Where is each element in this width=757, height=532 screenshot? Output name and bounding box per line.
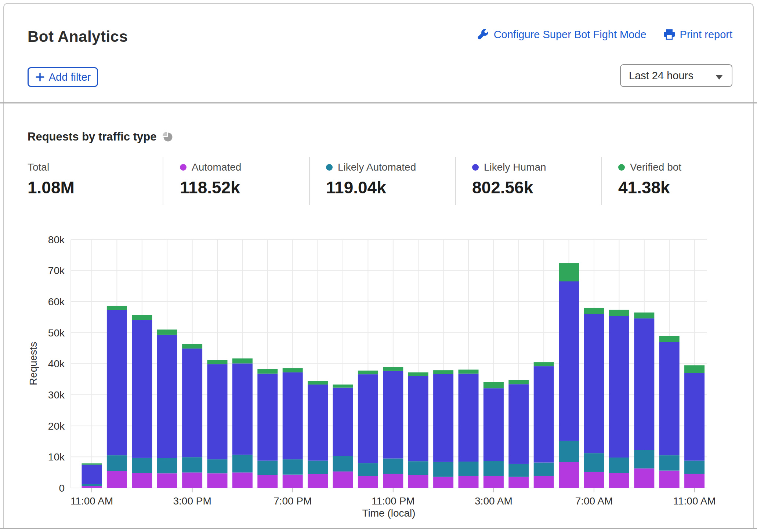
printer-icon	[663, 29, 675, 40]
svg-text:11:00 AM: 11:00 AM	[70, 495, 113, 507]
svg-text:50k: 50k	[48, 327, 65, 339]
legend-dot	[180, 164, 186, 171]
svg-text:7:00 PM: 7:00 PM	[274, 495, 312, 507]
stat-automated: Automated118.52k	[180, 161, 241, 197]
svg-text:80k: 80k	[48, 234, 65, 245]
stat-value: 802.56k	[472, 178, 546, 197]
svg-text:0: 0	[59, 482, 65, 494]
svg-text:20k: 20k	[48, 420, 65, 432]
stat-divider	[163, 157, 163, 205]
stat-divider	[309, 157, 310, 205]
stat-likely-human: Likely Human802.56k	[472, 161, 546, 197]
stat-label: Verified bot	[630, 161, 681, 173]
svg-text:10k: 10k	[48, 451, 65, 463]
svg-text:30k: 30k	[48, 389, 65, 401]
time-range-select[interactable]: Last 24 hours	[620, 64, 732, 87]
legend-dot	[618, 164, 625, 171]
svg-text:60k: 60k	[48, 296, 65, 307]
section-title: Requests by traffic type	[28, 130, 156, 143]
stat-value: 1.08M	[28, 178, 75, 197]
stat-label: Likely Human	[484, 161, 546, 173]
bottom-divider	[0, 528, 757, 529]
stat-label: Likely Automated	[338, 161, 416, 173]
stat-divider	[455, 157, 456, 205]
stat-total: Total1.08M	[28, 161, 75, 197]
requests-by-traffic-type-chart: 010k20k30k40k50k60k70k80k11:00 AM3:00 PM…	[0, 215, 757, 527]
svg-text:11:00 AM: 11:00 AM	[673, 495, 716, 507]
section-title-row: Requests by traffic type	[28, 130, 173, 143]
stat-likely-automated: Likely Automated119.04k	[326, 161, 416, 197]
stat-value: 118.52k	[180, 178, 241, 197]
chevron-down-icon	[716, 75, 723, 80]
svg-text:Requests: Requests	[28, 342, 39, 385]
svg-text:40k: 40k	[48, 358, 65, 369]
svg-text:11:00 PM: 11:00 PM	[372, 495, 415, 507]
pie-chart-icon	[163, 132, 173, 142]
stat-label: Total	[28, 161, 49, 173]
stat-value: 119.04k	[326, 178, 416, 197]
svg-text:Time (local): Time (local)	[362, 507, 415, 519]
wrench-icon	[478, 29, 489, 40]
stat-verified-bot: Verified bot41.38k	[618, 161, 681, 197]
stat-divider	[601, 157, 602, 205]
legend-dot	[326, 164, 333, 171]
svg-text:3:00 PM: 3:00 PM	[173, 495, 211, 507]
add-filter-button[interactable]: Add filter	[28, 67, 98, 87]
stats-row: Total1.08MAutomated118.52kLikely Automat…	[0, 157, 757, 205]
stat-label: Automated	[192, 161, 241, 173]
svg-text:7:00 AM: 7:00 AM	[575, 495, 613, 507]
print-report-link[interactable]: Print report	[663, 29, 732, 41]
svg-text:3:00 AM: 3:00 AM	[475, 495, 512, 507]
stat-value: 41.38k	[618, 178, 681, 197]
header-links: Configure Super Bot Fight Mode Print rep…	[478, 29, 732, 41]
configure-super-bot-fight-mode-link[interactable]: Configure Super Bot Fight Mode	[478, 29, 646, 41]
header-content-divider	[0, 102, 757, 103]
legend-dot	[472, 164, 479, 171]
svg-text:70k: 70k	[48, 265, 65, 276]
plus-icon	[35, 72, 45, 82]
page-title: Bot Analytics	[28, 28, 128, 45]
